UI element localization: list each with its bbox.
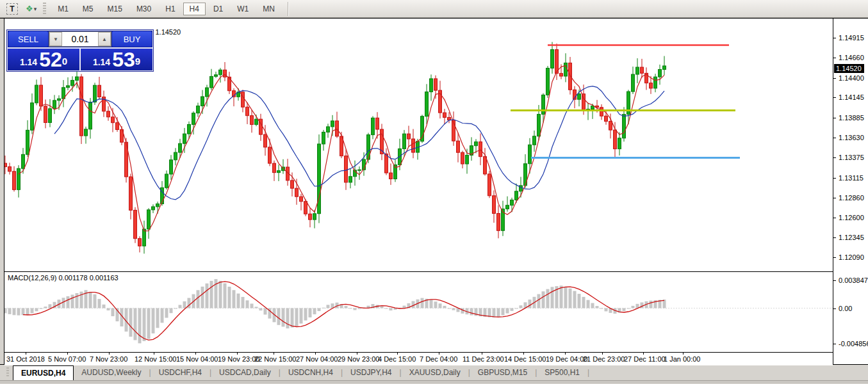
- timeframe-group: M1M5M15M30H1H4D1W1MN: [51, 3, 281, 15]
- tab-eurusd-h4[interactable]: EURUSD,H4: [13, 365, 74, 380]
- time-label: 1 Jan 00:00: [664, 355, 701, 363]
- sell-price-pip: 0: [62, 54, 67, 69]
- tab-separator: |: [587, 365, 589, 380]
- chart-window: ▲EURUSD,H4 1.14596 1.14669 1.14449 1.145…: [0, 18, 868, 365]
- macd-axis-label: 0.003847: [839, 276, 868, 284]
- ma-slow-line: [54, 86, 664, 200]
- toolbar-separator: [288, 2, 288, 16]
- symbols-icon: ❖: [26, 4, 32, 13]
- timeframe-h4[interactable]: H4: [183, 3, 206, 15]
- time-label: 5 Nov 07:00: [48, 355, 86, 363]
- price-label: 1.12090: [839, 253, 864, 261]
- price-axis[interactable]: 1.149151.146601.144001.141451.138851.136…: [833, 19, 868, 364]
- price-label: 1.14660: [839, 54, 864, 61]
- price-label: 1.14915: [839, 34, 864, 42]
- buy-button[interactable]: BUY: [112, 31, 152, 47]
- macd-name: MACD(12,26,9): [8, 274, 56, 282]
- time-label: 19 Dec 04:00: [546, 355, 587, 363]
- chevron-down-icon: ▾: [34, 6, 37, 12]
- timeframe-mn[interactable]: MN: [256, 3, 281, 15]
- buy-price-prefix: 1.14: [93, 56, 110, 69]
- sell-price-prefix: 1.14: [20, 56, 37, 69]
- buy-price[interactable]: 1.14 53 9: [81, 49, 152, 70]
- bottom-strip: [0, 380, 868, 383]
- price-label: 1.13630: [839, 134, 864, 141]
- time-label: 4 Dec 15:00: [378, 355, 416, 363]
- macd-axis-label: 0.00: [839, 305, 852, 312]
- buy-price-main: 53: [112, 50, 135, 69]
- macd-main-value: 0.001178: [58, 274, 87, 282]
- time-label: 12 Nov 15:00: [135, 355, 176, 363]
- timeframe-m30[interactable]: M30: [130, 3, 158, 15]
- current-price-badge: 1.14520: [834, 64, 864, 73]
- volume-value[interactable]: 0.01: [62, 32, 98, 46]
- text-tool-icon: T: [6, 3, 18, 15]
- macd-axis-label: -0.004856: [839, 340, 868, 348]
- one-click-trade-panel: SELL ▼ 0.01 ▲ BUY 1.14 52 0 1.14 53 9: [7, 30, 153, 71]
- tab-audusd-weekly[interactable]: AUDUSD,Weekly: [74, 365, 149, 380]
- timeframe-m1[interactable]: M1: [51, 3, 75, 15]
- time-label: 22 Nov 15:00: [254, 355, 296, 363]
- timeframe-w1[interactable]: W1: [231, 3, 255, 15]
- toolbar-grip[interactable]: [43, 3, 46, 15]
- price-label: 1.13885: [839, 114, 864, 122]
- tab-usdchf-h4[interactable]: USDCHF,H4: [151, 365, 209, 380]
- volume-increase-button[interactable]: ▲: [98, 32, 111, 46]
- tab-usdcnh-h4[interactable]: USDCNH,H4: [281, 365, 341, 380]
- time-label: 27 Dec 11:00: [624, 355, 666, 363]
- price-label: 1.13375: [839, 154, 864, 161]
- time-label: 29 Nov 23:00: [338, 355, 379, 363]
- macd-signal-value: 0.001163: [90, 274, 119, 282]
- time-axis[interactable]: 31 Oct 20185 Nov 07:007 Nov 23:0012 Nov …: [4, 353, 833, 365]
- macd-pane[interactable]: [4, 272, 833, 352]
- chart-tabs-bar: EURUSD,H4AUDUSD,Weekly|USDCHF,H4|USDCAD,…: [0, 365, 868, 380]
- time-label: 7 Dec 04:00: [420, 355, 457, 363]
- time-label: 21 Dec 23:00: [583, 355, 625, 363]
- tab-sp500-h1[interactable]: SP500,H1: [537, 365, 587, 380]
- close-value: 1.14520: [155, 28, 181, 36]
- time-label: 19 Nov 23:00: [218, 355, 259, 363]
- text-tool-button[interactable]: T: [3, 2, 22, 16]
- volume-decrease-button[interactable]: ▼: [49, 32, 62, 46]
- price-label: 1.13115: [839, 174, 864, 182]
- price-label: 1.12345: [839, 234, 864, 241]
- tab-usdjpy-h4[interactable]: USDJPY,H4: [343, 365, 399, 380]
- timeframe-m15[interactable]: M15: [101, 3, 129, 15]
- tab-gbpusd-m15[interactable]: GBPUSD,M15: [470, 365, 535, 380]
- timeframe-h1[interactable]: H1: [159, 3, 181, 15]
- macd-label: MACD(12,26,9) 0.001178 0.001163: [8, 274, 119, 282]
- tab-xauusd-daily[interactable]: XAUUSD,Daily: [402, 365, 468, 380]
- time-label: 14 Dec 15:00: [504, 355, 546, 363]
- arrange-symbols-button[interactable]: ❖ ▾: [23, 2, 39, 16]
- price-label: 1.12600: [839, 214, 864, 221]
- timeframe-m5[interactable]: M5: [76, 3, 100, 15]
- time-label: 7 Nov 23:00: [90, 355, 127, 363]
- price-label: 1.14145: [839, 93, 864, 101]
- volume-stepper: ▼ 0.01 ▲: [49, 31, 111, 47]
- sell-price-main: 52: [39, 50, 62, 69]
- macd-signal-line: [23, 282, 664, 340]
- top-toolbar: T ❖ ▾ M1M5M15M30H1H4D1W1MN: [0, 0, 868, 18]
- price-label: 1.14400: [839, 74, 864, 82]
- tabs-grip: [6, 367, 9, 378]
- time-label: 31 Oct 2018: [6, 355, 45, 363]
- sell-button[interactable]: SELL: [8, 31, 48, 47]
- left-gutter: [0, 19, 4, 364]
- price-label: 1.12860: [839, 194, 864, 202]
- time-label: 27 Nov 04:00: [296, 355, 338, 363]
- sell-price[interactable]: 1.14 52 0: [8, 49, 81, 70]
- buy-price-pip: 9: [135, 54, 140, 69]
- tab-usdcad-daily[interactable]: USDCAD,Daily: [211, 365, 279, 380]
- timeframe-d1[interactable]: D1: [207, 3, 229, 15]
- time-label: 15 Nov 04:00: [176, 355, 218, 363]
- chart-column: ▲EURUSD,H4 1.14596 1.14669 1.14449 1.145…: [4, 19, 833, 364]
- time-label: 11 Dec 23:00: [463, 355, 504, 363]
